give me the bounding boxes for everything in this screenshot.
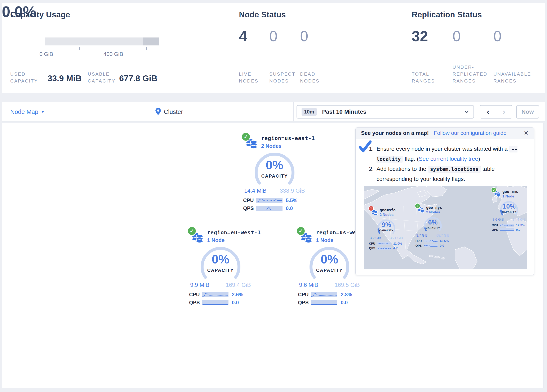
qps-label: QPS (243, 206, 256, 211)
gauge-percent: 10% (498, 203, 521, 210)
capacity-tick (46, 47, 46, 50)
setup-step-1: 1. Ensure every node in your cluster was… (369, 144, 526, 164)
chevron-down-icon (464, 110, 469, 113)
qps-value: 0.0 (516, 228, 520, 231)
capacity-tick (146, 47, 147, 50)
cpu-label: CPU (243, 198, 256, 203)
capacity-bar-reserved-segment (143, 37, 159, 45)
region-used-capacity: 14.4 MiB (244, 188, 267, 194)
warning-count-badge: 1 (369, 206, 373, 211)
total-ranges-count: 32 (412, 28, 428, 45)
configuration-guide-link[interactable]: Follow our configuration guide (434, 130, 506, 136)
gauge-capacity-label: CAPACITY (308, 268, 351, 273)
map-node-name: geo=ams (502, 189, 518, 194)
cpu-sparkline (377, 242, 391, 245)
toolbar-divider (293, 102, 294, 121)
region-total-capacity: 169.5 GiB (335, 282, 360, 288)
qps-value: 0.0 (232, 300, 239, 305)
live-nodes-label: LIVE NODES (239, 71, 258, 84)
gauge-percent: 0% (308, 252, 351, 266)
gauge-capacity-label: CAPACITY (375, 229, 398, 232)
node-used-capacity: 3.2 GiB (370, 236, 381, 240)
live-nodes-count: 4 (239, 28, 247, 45)
time-range-dropdown[interactable]: 10m Past 10 Minutes (297, 105, 474, 118)
unavailable-ranges-count: 0 (493, 28, 502, 45)
gauge-percent: 9% (375, 221, 398, 229)
popup-steps: 1. Ensure every node in your cluster was… (356, 139, 534, 184)
cpu-sparkline (256, 198, 282, 203)
setup-step-2: 2. Add locations to the system.locations… (369, 164, 526, 184)
cpu-label: CPU (369, 242, 377, 245)
qps-sparkline (311, 300, 337, 305)
cpu-value: 42.5% (440, 239, 449, 243)
map-node-name: geo=nyc (426, 205, 442, 210)
node-used-capacity: 3.6 GiB (492, 218, 504, 221)
locality-tree-link[interactable]: See current locality tree (419, 156, 478, 162)
system-locations-code: system.locations (428, 166, 481, 172)
qps-sparkline (377, 247, 391, 250)
map-toolbar: Node Map ▾ Cluster 10m Past 10 Minutes ‹… (2, 102, 545, 121)
step-number: 2. (369, 164, 376, 184)
qps-label: QPS (369, 247, 377, 250)
qps-label: QPS (189, 300, 202, 305)
region-total-capacity: 338.9 GiB (280, 188, 305, 194)
gauge-percent: 0% (253, 158, 297, 172)
used-capacity-label: USED CAPACITY (10, 71, 38, 84)
dead-nodes-count: 0 (300, 28, 308, 45)
qps-sparkline (500, 228, 514, 231)
view-selector-dropdown[interactable]: Node Map ▾ (10, 102, 44, 121)
gauge-percent: 0% (198, 252, 242, 266)
qps-label: QPS (298, 300, 311, 305)
region-card-us-east-1: ✓ region=us-east-1 2 Nodes 0% CAPACITY 1… (237, 135, 312, 213)
capacity-gauge: 9% CAPACITY (375, 218, 398, 235)
view-selector-label: Node Map (10, 109, 38, 115)
world-map: 1 geo=sfo 2 Nodes 9% CAPACITY 3.2 GiB 35… (364, 186, 527, 269)
dead-nodes-label: DEAD NODES (300, 71, 320, 84)
suspect-nodes-count: 0 (269, 28, 277, 45)
map-node-name: geo=sfo (380, 208, 396, 212)
node-map-panel: ✓ region=us-east-1 2 Nodes 0% CAPACITY 1… (2, 123, 544, 388)
healthy-check-icon: ✓ (188, 227, 196, 235)
breadcrumb-cluster[interactable]: Cluster (164, 109, 183, 115)
cpu-label: CPU (416, 239, 424, 243)
popup-header: See your nodes on a map! Follow our conf… (356, 128, 534, 139)
capacity-gauge: 0% CAPACITY (308, 247, 351, 280)
cpu-label: CPU (189, 292, 202, 298)
popup-title: See your nodes on a map! (361, 130, 429, 136)
step-text: Ensure every node in your cluster was st… (376, 146, 509, 152)
under-replicated-label: UNDER- REPLICATED RANGES (452, 64, 487, 84)
region-card-eu-west-1: ✓ region=eu-west-1 1 Node 0% CAPACITY 9.… (183, 229, 258, 308)
time-now-button[interactable]: Now (516, 105, 539, 118)
capacity-tick (79, 47, 80, 50)
map-node-count: 2 Nodes (380, 213, 396, 217)
region-nodes-link[interactable]: 2 Nodes (261, 143, 315, 149)
healthy-check-icon: ✓ (242, 133, 250, 141)
node-total-capacity: 35.1 GiB (390, 236, 403, 240)
map-node-geo-ams: ✓ geo=ams 1 Node 10% CAPACITY 3.6 GiB 34… (490, 189, 527, 233)
region-name: region=us-east-1 (261, 135, 315, 141)
cpu-value: 5.5% (286, 198, 297, 203)
cpu-value: 2.8% (341, 292, 352, 298)
capacity-gauge: 0% CAPACITY (253, 152, 297, 186)
location-pin-icon (155, 108, 161, 116)
qps-label: QPS (492, 228, 500, 231)
time-prev-button[interactable]: ‹ (480, 106, 496, 118)
under-replicated-count: 0 (452, 28, 461, 45)
cpu-value: 12.3% (516, 223, 525, 227)
gauge-percent: 6% (421, 219, 444, 226)
capacity-tick-label-0: 0 GiB (39, 51, 53, 57)
step-text: ) (478, 156, 480, 162)
used-capacity-value: 33.9 MiB (48, 74, 82, 83)
close-icon[interactable]: ✕ (524, 130, 529, 137)
qps-sparkline (256, 206, 282, 211)
replication-status-title: Replication Status (412, 10, 482, 19)
cpu-sparkline (424, 240, 438, 242)
time-next-button[interactable]: › (496, 106, 512, 118)
time-range-label: Past 10 Minutes (322, 109, 367, 115)
region-nodes-link[interactable]: 1 Node (207, 237, 261, 243)
capacity-usage-bar (45, 37, 159, 45)
cpu-label: CPU (298, 292, 311, 298)
cluster-summary-panel: Capacity Usage 0.0% 0 GiB 400 GiB USED C… (2, 3, 545, 93)
time-step-buttons: ‹ › (480, 105, 512, 118)
time-range-badge: 10m (301, 108, 317, 116)
